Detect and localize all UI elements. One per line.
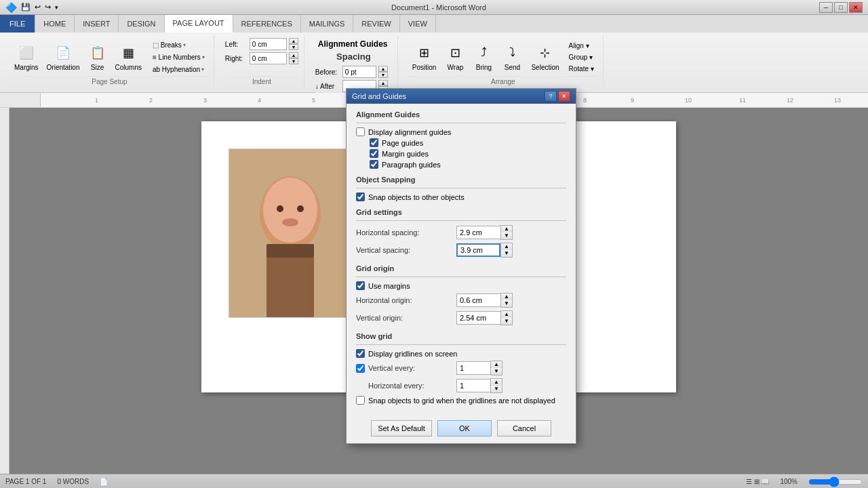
- dialog-title-bar[interactable]: Grid and Guides ? ✕: [347, 89, 576, 104]
- horizontal-spacing-down[interactable]: ▼: [501, 232, 512, 239]
- horizontal-every-input[interactable]: [456, 379, 490, 392]
- snap-to-grid-row[interactable]: Snap objects to grid when the gridlines …: [356, 396, 566, 405]
- vertical-origin-down[interactable]: ▼: [501, 318, 512, 325]
- vertical-every-input[interactable]: [456, 361, 490, 375]
- horizontal-origin-down[interactable]: ▼: [501, 300, 512, 307]
- margin-guides-row[interactable]: Margin guides: [370, 149, 566, 158]
- dialog-close-button[interactable]: ✕: [558, 91, 570, 102]
- cancel-button[interactable]: Cancel: [497, 420, 551, 436]
- horizontal-every-down[interactable]: ▼: [491, 386, 502, 392]
- margin-guides-label: Margin guides: [382, 150, 429, 158]
- use-margins-checkbox[interactable]: [356, 281, 365, 290]
- horizontal-origin-label: Horizontal origin:: [356, 296, 451, 304]
- horizontal-every-label: Horizontal every:: [356, 382, 451, 390]
- vertical-every-label: Vertical every:: [368, 364, 415, 372]
- paragraph-guides-label: Paragraph guides: [382, 161, 441, 169]
- show-grid-label: Show grid: [356, 332, 566, 340]
- horizontal-spacing-input[interactable]: [456, 226, 500, 239]
- display-alignment-guides-label: Display alignment guides: [368, 128, 451, 136]
- vertical-every-spinner[interactable]: ▲ ▼: [490, 361, 502, 375]
- vertical-every-field: ▲ ▼: [456, 361, 566, 375]
- display-gridlines-label: Display gridlines on screen: [368, 350, 457, 358]
- horizontal-every-field: ▲ ▼: [456, 378, 566, 393]
- dialog-help-button[interactable]: ?: [545, 91, 557, 102]
- horizontal-origin-up[interactable]: ▲: [501, 293, 512, 300]
- set-as-default-button[interactable]: Set As Default: [371, 420, 432, 436]
- display-gridlines-row[interactable]: Display gridlines on screen: [356, 349, 566, 358]
- horizontal-spacing-spinner[interactable]: ▲ ▼: [500, 225, 513, 240]
- horizontal-origin-spinner[interactable]: ▲ ▼: [500, 293, 513, 308]
- vertical-origin-field: ▲ ▼: [456, 310, 566, 325]
- paragraph-guides-checkbox[interactable]: [370, 160, 378, 169]
- vertical-spacing-spinner[interactable]: ▲ ▼: [500, 243, 513, 258]
- horizontal-every-spinner[interactable]: ▲ ▼: [490, 378, 502, 393]
- margin-guides-checkbox[interactable]: [370, 149, 378, 158]
- page-guides-label: Page guides: [382, 139, 423, 147]
- snap-objects-label: Snap objects to other objects: [368, 193, 465, 201]
- grid-origin-fields: Horizontal origin: ▲ ▼ Vertical origin: …: [356, 293, 566, 325]
- paragraph-guides-row[interactable]: Paragraph guides: [370, 160, 566, 169]
- vertical-every-down[interactable]: ▼: [491, 368, 502, 375]
- display-alignment-guides-row[interactable]: Display alignment guides: [356, 127, 566, 136]
- vertical-origin-input[interactable]: [456, 311, 500, 325]
- grid-and-guides-dialog: Grid and Guides ? ✕ Alignment Guides Dis…: [346, 88, 576, 444]
- horizontal-spacing-label: Horizontal spacing:: [356, 228, 451, 237]
- horizontal-origin-field: ▲ ▼: [456, 293, 566, 308]
- vertical-origin-up[interactable]: ▲: [501, 311, 512, 318]
- dialog-body: Alignment Guides Display alignment guide…: [347, 104, 576, 413]
- vertical-spacing-label: Vertical spacing:: [356, 246, 451, 254]
- snap-objects-checkbox[interactable]: [356, 192, 365, 201]
- horizontal-spacing-up[interactable]: ▲: [501, 226, 512, 232]
- alignment-guides-label: Alignment Guides: [356, 110, 566, 119]
- horizontal-every-up[interactable]: ▲: [491, 379, 502, 386]
- vertical-origin-label: Vertical origin:: [356, 314, 451, 322]
- modal-overlay: Grid and Guides ? ✕ Alignment Guides Dis…: [0, 0, 868, 488]
- dialog-title: Grid and Guides: [352, 92, 406, 100]
- vertical-origin-spinner[interactable]: ▲ ▼: [500, 310, 513, 325]
- vertical-spacing-field: ▲ ▼: [456, 243, 566, 258]
- vertical-spacing-up[interactable]: ▲: [501, 243, 512, 250]
- page-guides-row[interactable]: Page guides: [370, 138, 566, 147]
- vertical-every-checkbox[interactable]: [356, 364, 365, 373]
- vertical-every-up[interactable]: ▲: [491, 361, 502, 368]
- display-gridlines-checkbox[interactable]: [356, 349, 365, 358]
- display-alignment-guides-checkbox[interactable]: [356, 127, 365, 136]
- grid-origin-label: Grid origin: [356, 264, 566, 272]
- page-guides-checkbox[interactable]: [370, 138, 378, 147]
- use-margins-row[interactable]: Use margins: [356, 281, 566, 290]
- horizontal-spacing-field: ▲ ▼: [456, 225, 566, 240]
- vertical-spacing-down[interactable]: ▼: [501, 250, 512, 257]
- snap-to-grid-checkbox[interactable]: [356, 396, 365, 405]
- vertical-every-row: Vertical every:: [356, 364, 451, 373]
- grid-settings-label: Grid settings: [356, 208, 566, 216]
- vertical-spacing-input[interactable]: [456, 243, 500, 257]
- dialog-controls: ? ✕: [545, 91, 570, 102]
- snap-to-grid-label: Snap objects to grid when the gridlines …: [368, 396, 555, 405]
- ok-button[interactable]: OK: [437, 420, 492, 436]
- show-grid-fields: Vertical every: ▲ ▼ Horizontal every: ▲ …: [356, 361, 566, 393]
- object-snapping-label: Object Snapping: [356, 176, 566, 184]
- use-margins-label: Use margins: [368, 282, 410, 290]
- grid-settings-fields: Horizontal spacing: ▲ ▼ Vertical spacing…: [356, 225, 566, 258]
- dialog-footer: Set As Default OK Cancel: [347, 413, 576, 443]
- snap-objects-row[interactable]: Snap objects to other objects: [356, 192, 566, 201]
- horizontal-origin-input[interactable]: [456, 293, 500, 307]
